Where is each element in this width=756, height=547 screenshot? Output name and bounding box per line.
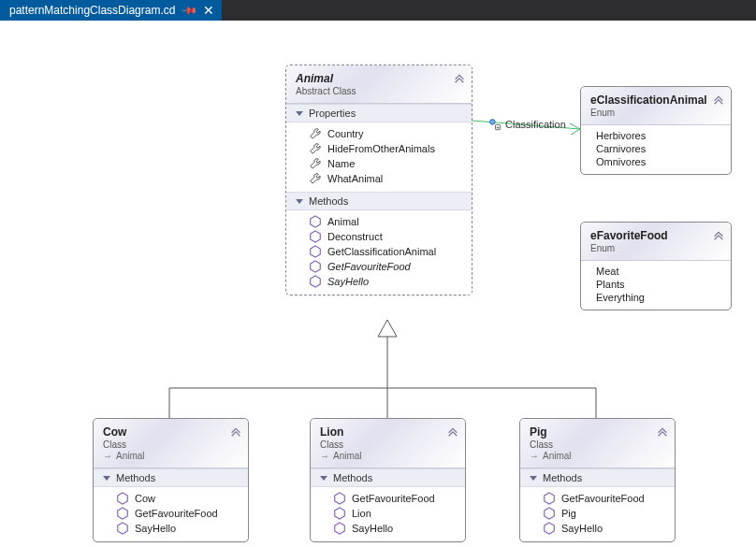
method-item[interactable]: SayHello (99, 521, 242, 536)
method-item[interactable]: GetFavouriteFood (99, 506, 242, 521)
member-label: Pig (561, 508, 576, 519)
property-item[interactable]: Country (292, 126, 466, 141)
class-cow[interactable]: Cow Class →Animal Methods Cow GetFavouri… (93, 418, 249, 542)
method-item[interactable]: GetFavouriteFood (316, 491, 459, 506)
class-stereotype: Abstract Class (296, 86, 451, 96)
collapse-box-icon[interactable] (446, 425, 459, 439)
member-label: GetFavouriteFood (327, 261, 411, 272)
inheritance-line[interactable]: →Animal (530, 451, 654, 461)
method-icon (309, 230, 322, 243)
method-icon (543, 507, 556, 520)
method-item[interactable]: Pig (526, 506, 669, 521)
pin-icon[interactable]: 📌 (182, 2, 198, 19)
member-label: HideFromOtherAnimals (327, 143, 435, 154)
collapse-box-icon[interactable] (229, 425, 242, 439)
collapse-box-icon[interactable] (712, 93, 725, 108)
class-stereotype: Class (530, 439, 654, 450)
member-label: Herbivores (596, 130, 646, 141)
enum-value[interactable]: Plants (587, 278, 725, 291)
method-icon (309, 260, 322, 273)
inherit-name: Animal (333, 451, 362, 461)
section-header-methods[interactable]: Methods (286, 192, 472, 210)
class-lion[interactable]: Lion Class →Animal Methods GetFavouriteF… (310, 418, 466, 542)
method-item[interactable]: Deconstruct (292, 229, 466, 244)
method-item[interactable]: SayHello (292, 274, 466, 289)
method-icon (116, 492, 129, 505)
class-name: Pig (530, 425, 654, 439)
class-header[interactable]: eFavoriteFood Enum (581, 223, 731, 261)
inherit-arrow-icon: → (320, 451, 329, 461)
expand-icon (530, 476, 537, 481)
property-item[interactable]: HideFromOtherAnimals (292, 141, 466, 156)
inherit-arrow-icon: → (530, 451, 539, 461)
section-header-properties[interactable]: Properties (286, 104, 472, 122)
section-header-methods[interactable]: Methods (520, 468, 675, 487)
class-header[interactable]: Pig Class →Animal (520, 419, 675, 468)
wrench-icon (309, 157, 322, 170)
method-item[interactable]: GetFavouriteFood (526, 491, 669, 506)
method-item[interactable]: GetClassificationAnimal (292, 244, 466, 259)
members-methods: GetFavouriteFood Lion SayHello (311, 487, 465, 541)
inheritance-line[interactable]: →Animal (103, 451, 227, 461)
collapse-box-icon[interactable] (656, 425, 669, 439)
member-label: SayHello (352, 523, 393, 534)
association-icon (488, 118, 502, 131)
class-header[interactable]: Lion Class →Animal (311, 419, 465, 468)
member-label: GetFavouriteFood (135, 508, 218, 519)
method-item[interactable]: Animal (292, 214, 466, 229)
enum-eclassificationanimal[interactable]: eClassificationAnimal Enum Herbivores Ca… (580, 86, 732, 175)
class-name: eClassificationAnimal (590, 94, 710, 107)
class-name: Cow (103, 425, 227, 439)
section-title: Properties (309, 108, 356, 119)
expand-icon (320, 476, 327, 481)
method-icon (543, 492, 556, 505)
expand-icon (296, 111, 303, 116)
class-stereotype: Class (320, 439, 444, 450)
inherit-name: Animal (543, 451, 572, 461)
collapse-box-icon[interactable] (453, 71, 466, 86)
property-item[interactable]: Name (292, 156, 466, 171)
member-label: Lion (352, 508, 371, 519)
title-bar: patternMatchingClassDiagram.cd 📌 ✕ (0, 0, 756, 21)
section-header-methods[interactable]: Methods (311, 468, 465, 487)
member-label: SayHello (561, 523, 603, 534)
section-header-methods[interactable]: Methods (94, 468, 248, 487)
inheritance-line[interactable]: →Animal (320, 451, 444, 461)
inherit-arrow-icon: → (103, 451, 112, 461)
class-stereotype: Class (103, 439, 227, 450)
members-methods: GetFavouriteFood Pig SayHello (520, 487, 675, 541)
diagram-canvas[interactable]: Classification Animal Abstract Class Pro… (0, 21, 756, 547)
method-icon (116, 507, 129, 520)
enum-value[interactable]: Carnivores (587, 142, 725, 155)
class-pig[interactable]: Pig Class →Animal Methods GetFavouriteFo… (519, 418, 676, 542)
class-animal[interactable]: Animal Abstract Class Properties Country… (285, 65, 472, 295)
method-icon (333, 507, 346, 520)
document-tab[interactable]: patternMatchingClassDiagram.cd 📌 ✕ (0, 0, 222, 21)
collapse-box-icon[interactable] (712, 228, 725, 243)
enum-efavoritefood[interactable]: eFavoriteFood Enum Meat Plants Everythin… (580, 222, 732, 310)
class-stereotype: Enum (590, 108, 710, 118)
method-item[interactable]: GetFavouriteFood (292, 259, 466, 274)
class-name: Lion (320, 425, 444, 439)
wrench-icon (309, 172, 322, 185)
member-label: Omnivores (596, 156, 646, 167)
method-item[interactable]: SayHello (316, 521, 459, 536)
class-header[interactable]: Animal Abstract Class (286, 65, 472, 104)
enum-values: Herbivores Carnivores Omnivores (581, 125, 731, 174)
enum-value[interactable]: Herbivores (587, 129, 725, 142)
method-item[interactable]: Lion (316, 506, 459, 521)
method-icon (333, 522, 346, 535)
method-item[interactable]: Cow (99, 491, 242, 506)
enum-value[interactable]: Meat (587, 265, 725, 278)
class-stereotype: Enum (590, 243, 710, 253)
class-header[interactable]: eClassificationAnimal Enum (581, 87, 731, 125)
member-label: GetClassificationAnimal (327, 246, 436, 257)
association-label[interactable]: Classification (488, 118, 566, 131)
enum-value[interactable]: Everything (587, 291, 725, 304)
member-label: GetFavouriteFood (561, 493, 645, 504)
close-tab-icon[interactable]: ✕ (203, 4, 214, 17)
class-header[interactable]: Cow Class →Animal (94, 419, 248, 468)
enum-value[interactable]: Omnivores (587, 155, 725, 168)
property-item[interactable]: WhatAnimal (292, 171, 466, 186)
method-item[interactable]: SayHello (526, 521, 669, 536)
